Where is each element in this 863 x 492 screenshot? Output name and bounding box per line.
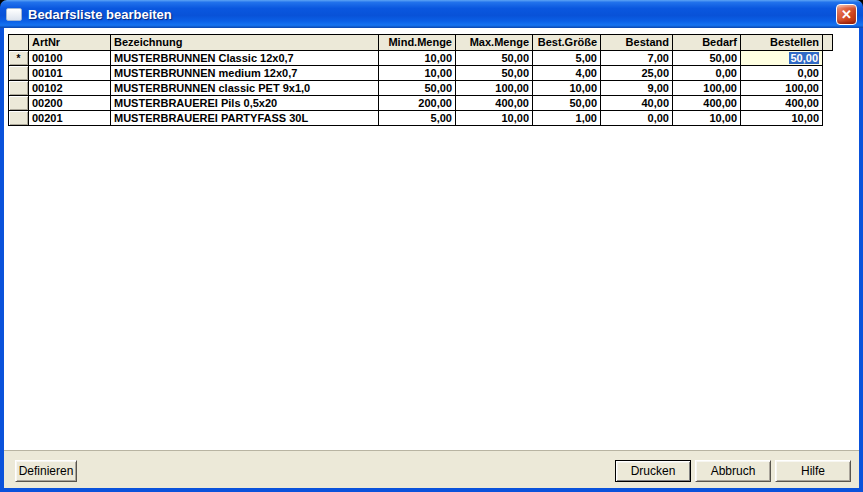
title-bar[interactable]: Bedarfsliste bearbeiten ✕: [0, 0, 863, 28]
cell-mind-menge[interactable]: 50,00: [379, 81, 456, 96]
table-row: * 00100 MUSTERBRUNNEN Classic 12x0,7 10,…: [9, 51, 833, 66]
cell-bestand[interactable]: 25,00: [601, 66, 673, 81]
row-indicator[interactable]: *: [9, 51, 29, 66]
drucken-button[interactable]: Drucken: [615, 460, 691, 482]
cell-artnr[interactable]: 00200: [29, 96, 111, 111]
filler-cell: [823, 51, 833, 66]
cell-bestellen[interactable]: 400,00: [741, 96, 823, 111]
close-icon: ✕: [837, 6, 856, 23]
cell-bestand[interactable]: 0,00: [601, 111, 673, 126]
cell-max-menge[interactable]: 100,00: [456, 81, 533, 96]
column-header-bezeichnung[interactable]: Bezeichnung: [111, 35, 379, 51]
definieren-button[interactable]: Definieren: [15, 460, 77, 482]
column-header-bestand[interactable]: Bestand: [601, 35, 673, 51]
dialog-body: ArtNr Bezeichnung Mind.Menge Max.Menge B…: [0, 28, 863, 492]
cell-bezeichnung[interactable]: MUSTERBRUNNEN Classic 12x0,7: [111, 51, 379, 66]
cell-bedarf[interactable]: 100,00: [673, 81, 741, 96]
cell-artnr[interactable]: 00100: [29, 51, 111, 66]
row-indicator-header: [9, 35, 29, 51]
cell-mind-menge[interactable]: 5,00: [379, 111, 456, 126]
row-indicator[interactable]: [9, 81, 29, 96]
filler-header: [823, 35, 833, 51]
cell-bestellen[interactable]: 10,00: [741, 111, 823, 126]
cell-best-groesse[interactable]: 1,00: [533, 111, 601, 126]
cell-best-groesse[interactable]: 10,00: [533, 81, 601, 96]
column-header-best-groesse[interactable]: Best.Größe: [533, 35, 601, 51]
cell-max-menge[interactable]: 400,00: [456, 96, 533, 111]
table-row: 00200 MUSTERBRAUEREI Pils 0,5x20 200,00 …: [9, 96, 833, 111]
requirements-table: ArtNr Bezeichnung Mind.Menge Max.Menge B…: [8, 34, 833, 126]
cell-artnr[interactable]: 00102: [29, 81, 111, 96]
cell-artnr[interactable]: 00201: [29, 111, 111, 126]
column-header-bestellen[interactable]: Bestellen: [741, 35, 823, 51]
cell-bedarf[interactable]: 10,00: [673, 111, 741, 126]
filler-cell: [823, 66, 833, 81]
row-indicator[interactable]: [9, 96, 29, 111]
cell-max-menge[interactable]: 10,00: [456, 111, 533, 126]
window-title: Bedarfsliste bearbeiten: [28, 7, 172, 22]
dialog-window: Bedarfsliste bearbeiten ✕ ArtNr Bezeichn…: [0, 0, 863, 492]
cell-bedarf[interactable]: 400,00: [673, 96, 741, 111]
filler-cell: [823, 111, 833, 126]
table-row: 00201 MUSTERBRAUEREI PARTYFASS 30L 5,00 …: [9, 111, 833, 126]
filler-cell: [823, 81, 833, 96]
column-header-artnr[interactable]: ArtNr: [29, 35, 111, 51]
cell-bedarf[interactable]: 50,00: [673, 51, 741, 66]
cell-mind-menge[interactable]: 10,00: [379, 66, 456, 81]
cell-mind-menge[interactable]: 200,00: [379, 96, 456, 111]
cell-bestellen-edit[interactable]: 50,00: [741, 51, 823, 66]
column-header-mind-menge[interactable]: Mind.Menge: [379, 35, 456, 51]
cell-mind-menge[interactable]: 10,00: [379, 51, 456, 66]
selected-cell-text: 50,00: [789, 52, 819, 64]
cell-bezeichnung[interactable]: MUSTERBRAUEREI Pils 0,5x20: [111, 96, 379, 111]
cell-bestellen[interactable]: 0,00: [741, 66, 823, 81]
row-indicator[interactable]: [9, 111, 29, 126]
cell-bestand[interactable]: 7,00: [601, 51, 673, 66]
filler-cell: [823, 96, 833, 111]
window-icon: [6, 8, 22, 21]
row-indicator[interactable]: [9, 66, 29, 81]
cell-best-groesse[interactable]: 4,00: [533, 66, 601, 81]
cell-bestand[interactable]: 9,00: [601, 81, 673, 96]
cell-max-menge[interactable]: 50,00: [456, 51, 533, 66]
cell-best-groesse[interactable]: 5,00: [533, 51, 601, 66]
cell-bezeichnung[interactable]: MUSTERBRAUEREI PARTYFASS 30L: [111, 111, 379, 126]
cell-best-groesse[interactable]: 50,00: [533, 96, 601, 111]
column-header-bedarf[interactable]: Bedarf: [673, 35, 741, 51]
column-header-max-menge[interactable]: Max.Menge: [456, 35, 533, 51]
cell-bezeichnung[interactable]: MUSTERBRUNNEN classic PET 9x1,0: [111, 81, 379, 96]
cell-artnr[interactable]: 00101: [29, 66, 111, 81]
cell-bezeichnung[interactable]: MUSTERBRUNNEN medium 12x0,7: [111, 66, 379, 81]
cell-bestand[interactable]: 40,00: [601, 96, 673, 111]
table-row: 00102 MUSTERBRUNNEN classic PET 9x1,0 50…: [9, 81, 833, 96]
abbruch-button[interactable]: Abbruch: [695, 460, 771, 482]
hilfe-button[interactable]: Hilfe: [775, 460, 851, 482]
cell-bestellen[interactable]: 100,00: [741, 81, 823, 96]
table-row: 00101 MUSTERBRUNNEN medium 12x0,7 10,00 …: [9, 66, 833, 81]
cell-bedarf[interactable]: 0,00: [673, 66, 741, 81]
close-button[interactable]: ✕: [836, 4, 857, 25]
header-row: ArtNr Bezeichnung Mind.Menge Max.Menge B…: [9, 35, 833, 51]
cell-max-menge[interactable]: 50,00: [456, 66, 533, 81]
